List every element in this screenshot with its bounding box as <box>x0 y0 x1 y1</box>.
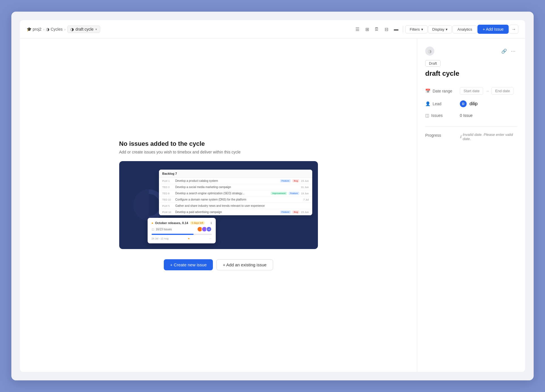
cycle-avatar-icon: ◑ <box>428 49 432 54</box>
content-area: No issues added to the cycle Add or crea… <box>20 39 525 372</box>
app-window: 🎓 proj2 › ◑ Cycles › ◑ draft cycle ▾ ☰ <box>11 12 534 380</box>
view-icons: ☰ ⊞ 🗓 ⊟ ▬ Filters ▾ <box>353 25 518 34</box>
preview-card-footer: 24 Jul - 12 Aug ★ ⋯ <box>152 237 212 240</box>
lead-name: dilip <box>469 101 477 106</box>
preview-card-title: ● October releases, 0.14 5 days left ℹ <box>152 221 212 225</box>
toolbar: 🎓 proj2 › ◑ Cycles › ◑ draft cycle ▾ ☰ <box>20 20 525 39</box>
progress-bar-fill <box>152 234 194 235</box>
cycles-label: Cycles <box>51 27 62 31</box>
preview-row-3: TED 8 Develop a search engine optimizati… <box>159 190 312 197</box>
right-panel-header: ◑ 🔗 ⋯ <box>425 47 517 56</box>
view-table-btn[interactable]: ⊟ <box>382 25 391 34</box>
avatar-stack: +2 <box>197 226 212 232</box>
breadcrumb-sep-1: › <box>43 27 44 31</box>
panel-divider <box>425 127 517 127</box>
cycle-title: draft cycle <box>425 69 517 77</box>
preview-row-6: PLW 10 Develop a paid advertising campai… <box>159 209 312 215</box>
right-panel: ◑ 🔗 ⋯ Draft draft cycle <box>417 39 525 372</box>
preview-card-issues: ◫ 16/23 Issues +2 <box>152 226 212 232</box>
issues-label: ◫ Issues <box>425 113 456 118</box>
date-range-label: 📅 Date range <box>425 88 456 94</box>
lead-row: 👤 Lead D dilip <box>425 98 517 110</box>
gantt-icon: ▬ <box>394 27 398 32</box>
display-label: Display <box>432 27 445 31</box>
progress-bar-bg <box>152 234 212 235</box>
nav-arrow-button[interactable]: → <box>509 25 518 34</box>
panel-actions: 🔗 ⋯ <box>500 47 517 55</box>
cycle-selector[interactable]: ◑ draft cycle ▾ <box>67 26 100 33</box>
display-button[interactable]: Display ▾ <box>428 25 452 33</box>
preview-row-4: TED 10 Configure a domain name system (D… <box>159 197 312 203</box>
add-existing-issue-button[interactable]: + Add an existing issue <box>216 259 273 270</box>
date-range-inputs: Start date → End date <box>460 87 513 95</box>
cycle-selector-label: draft cycle <box>76 27 94 31</box>
issues-count: 0 Issue <box>460 113 473 118</box>
date-arrow-icon: → <box>485 89 489 93</box>
view-gantt-btn[interactable]: ▬ <box>391 25 401 34</box>
preview-row-1: PLW 1 Develop a product catalog system F… <box>159 178 312 184</box>
add-issue-label: + Add Issue <box>483 27 504 31</box>
empty-state-text: No issues added to the cycle Add or crea… <box>119 140 318 154</box>
avatar-count: +2 <box>206 226 212 232</box>
progress-row: Progress ℹ Invalid date. Please enter va… <box>425 132 517 141</box>
status-badge: Draft <box>425 60 441 67</box>
list-icon: ☰ <box>355 27 359 32</box>
more-icon: ⋯ <box>511 49 515 54</box>
display-chevron-icon: ▾ <box>446 27 448 31</box>
info-icon: ℹ <box>460 134 461 139</box>
preview-row-2: TED 3 Develop a social media marketing c… <box>159 184 312 190</box>
board-icon: ⊞ <box>365 27 369 32</box>
nav-arrow-icon: → <box>512 27 516 32</box>
issues-icon: ◫ <box>425 113 429 118</box>
breadcrumb: 🎓 proj2 › ◑ Cycles › ◑ draft cycle ▾ <box>27 26 351 33</box>
lead-label: 👤 Lead <box>425 101 456 106</box>
more-options-button[interactable]: ⋯ <box>509 47 517 55</box>
progress-label: Progress <box>425 132 456 138</box>
cycle-avatar: ◑ <box>425 47 434 56</box>
link-icon: 🔗 <box>501 49 507 54</box>
preview-table-header: Backlog 7 <box>159 170 312 178</box>
table-icon: ⊟ <box>385 27 388 32</box>
analytics-button[interactable]: Analytics <box>452 25 477 33</box>
main-panel: No issues added to the cycle Add or crea… <box>20 39 417 372</box>
breadcrumb-sep-2: › <box>64 27 66 31</box>
preview-illustration: Backlog 7 PLW 1 Develop a product catalo… <box>119 161 318 249</box>
action-buttons: + Create new issue + Add an existing iss… <box>164 259 273 270</box>
add-issue-button[interactable]: + Add Issue <box>477 25 509 34</box>
lead-icon: 👤 <box>425 101 431 106</box>
calendar-icon: 🗓 <box>374 27 379 32</box>
lead-avatar: D <box>460 100 467 107</box>
create-new-issue-button[interactable]: + Create new issue <box>164 259 213 270</box>
cycle-selector-chevron: ▾ <box>95 28 97 31</box>
cycle-selector-icon: ◑ <box>70 27 74 31</box>
end-date-button[interactable]: End date <box>491 87 513 95</box>
preview-row-5: PLW 5 Gather and share industry news and… <box>159 203 312 209</box>
cycles-icon: ◑ <box>46 27 49 31</box>
project-icon: 🎓 <box>27 27 32 31</box>
empty-state: No issues added to the cycle Add or crea… <box>119 140 318 270</box>
toolbar-divider <box>403 26 403 33</box>
preview-table: Backlog 7 PLW 1 Develop a product catalo… <box>159 170 312 215</box>
view-board-btn[interactable]: ⊞ <box>362 25 372 34</box>
add-existing-issue-label: + Add an existing issue <box>223 262 267 267</box>
link-button[interactable]: 🔗 <box>500 47 508 55</box>
lead-value[interactable]: D dilip <box>460 100 477 107</box>
filters-label: Filters <box>410 27 420 31</box>
inner-window: 🎓 proj2 › ◑ Cycles › ◑ draft cycle ▾ ☰ <box>20 20 525 372</box>
view-list-btn[interactable]: ☰ <box>353 25 362 34</box>
breadcrumb-project[interactable]: 🎓 proj2 <box>27 27 41 31</box>
invalid-date-message: ℹ Invalid date. Please enter valid date. <box>460 132 517 141</box>
empty-state-subtitle: Add or create issues you wish to timebox… <box>119 150 318 154</box>
issues-row: ◫ Issues 0 Issue <box>425 110 517 121</box>
project-label: proj2 <box>33 27 41 31</box>
filters-button[interactable]: Filters ▾ <box>405 25 427 33</box>
preview-card: ● October releases, 0.14 5 days left ℹ ◫… <box>148 218 216 243</box>
start-date-button[interactable]: Start date <box>460 87 483 95</box>
filter-chevron-icon: ▾ <box>421 27 423 31</box>
view-calendar-btn[interactable]: 🗓 <box>372 25 381 34</box>
breadcrumb-cycles[interactable]: ◑ Cycles <box>46 27 62 31</box>
date-range-row: 📅 Date range Start date → End date <box>425 84 517 98</box>
days-badge: 5 days left <box>190 221 205 225</box>
analytics-label: Analytics <box>457 27 472 31</box>
empty-state-title: No issues added to the cycle <box>119 140 318 147</box>
